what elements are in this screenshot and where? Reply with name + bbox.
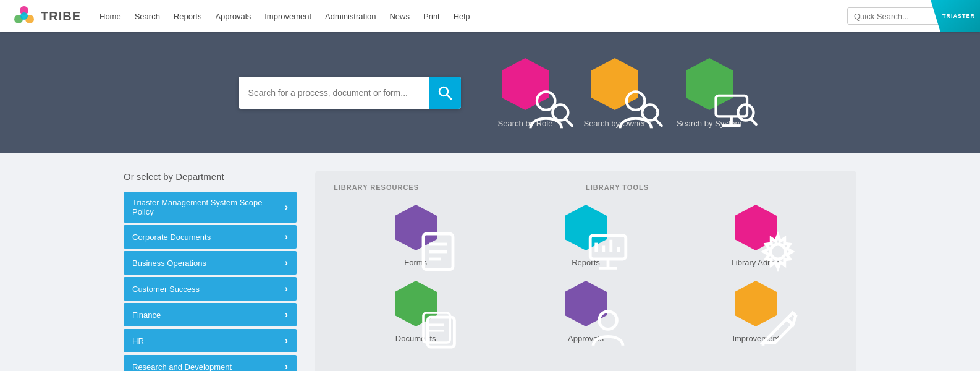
main-content: Or select by Department Triaster Managem… — [0, 153, 980, 371]
search-by-owner-item[interactable]: Search by Owner — [583, 57, 645, 128]
logo-text: TRIBE — [41, 9, 81, 23]
nav-approvals[interactable]: Approvals — [215, 12, 251, 21]
svg-line-13 — [655, 119, 662, 126]
department-title: Or select by Department — [124, 171, 297, 182]
dept-business[interactable]: Business Operations› — [124, 251, 297, 275]
lib-documents-hex — [394, 279, 438, 328]
dept-item-label: Corporate Documents — [132, 232, 211, 242]
dept-item-label: Customer Success — [132, 284, 200, 294]
svg-point-7 — [537, 92, 555, 109]
nav-home[interactable]: Home — [99, 12, 121, 21]
svg-point-3 — [20, 12, 28, 20]
library-section: LIBRARY RESOURCES LIBRARY TOOLS Forms Re… — [315, 171, 856, 371]
nav-reports[interactable]: Reports — [174, 12, 202, 21]
svg-point-11 — [627, 92, 644, 109]
search-by-system-hex — [685, 57, 734, 111]
lib-documents[interactable]: Documents — [334, 279, 497, 343]
dept-item-label: Triaster Management System Scope Policy — [132, 198, 285, 216]
nav-search-input[interactable] — [848, 9, 947, 24]
library-resources-header: LIBRARY RESOURCES — [334, 184, 586, 191]
chevron-right-icon: › — [285, 202, 288, 213]
lib-reports[interactable]: Reports — [504, 203, 667, 267]
tribe-logo-icon — [12, 4, 36, 28]
library-tools-header: LIBRARY TOOLS — [586, 184, 838, 191]
search-by-owner-hex — [590, 57, 640, 111]
dept-item-label: Finance — [132, 310, 161, 320]
dept-triaster-policy[interactable]: Triaster Management System Scope Policy› — [124, 192, 297, 223]
hero-search-wrap[interactable] — [239, 77, 461, 109]
nav-print[interactable]: Print — [423, 12, 440, 21]
nav-help[interactable]: Help — [454, 12, 470, 21]
nav-improvement[interactable]: Improvement — [264, 12, 311, 21]
hero-search-button[interactable] — [429, 77, 461, 109]
library-grid: Forms Reports Library Admin — [334, 203, 838, 343]
dept-item-label: Research and Development — [132, 362, 232, 372]
library-headers: LIBRARY RESOURCES LIBRARY TOOLS — [334, 184, 838, 191]
dept-hr[interactable]: HR› — [124, 329, 297, 352]
dept-item-label: Business Operations — [132, 258, 206, 268]
navbar: TRIBE HomeSearchReportsApprovalsImprovem… — [0, 0, 980, 32]
svg-line-9 — [565, 119, 572, 126]
svg-line-5 — [447, 95, 451, 99]
lib-reports-hex — [564, 203, 608, 252]
lib-forms-hex — [394, 203, 438, 252]
chevron-right-icon: › — [285, 257, 288, 268]
chevron-right-icon: › — [285, 231, 288, 242]
chevron-right-icon: › — [285, 309, 288, 320]
triaster-badge: TRIASTER — [931, 0, 980, 32]
department-list: Triaster Management System Scope Policy›… — [124, 192, 297, 371]
chevron-right-icon: › — [285, 283, 288, 294]
search-by-role-hex — [501, 57, 550, 111]
lib-improvement[interactable]: Improvement — [674, 279, 838, 343]
triaster-badge-text: TRIASTER — [942, 13, 975, 19]
nav-administration[interactable]: Administration — [325, 12, 376, 21]
chevron-right-icon: › — [285, 361, 288, 371]
nav-search[interactable]: Search — [135, 12, 160, 21]
chevron-right-icon: › — [285, 335, 288, 346]
lib-forms[interactable]: Forms — [334, 203, 497, 267]
search-by-role-item[interactable]: Search by Role — [498, 57, 553, 128]
nav-news[interactable]: News — [389, 12, 410, 21]
lib-approvals[interactable]: Approvals — [504, 279, 667, 343]
logo[interactable]: TRIBE — [12, 4, 81, 28]
lib-admin[interactable]: Library Admin — [674, 203, 838, 267]
svg-point-34 — [771, 244, 785, 259]
dept-finance[interactable]: Finance› — [124, 303, 297, 326]
search-by-system-item[interactable]: Search by System — [677, 57, 742, 128]
nav-links: HomeSearchReportsApprovalsImprovementAdm… — [99, 12, 847, 21]
lib-admin-hex — [733, 203, 778, 252]
dept-corporate[interactable]: Corporate Documents› — [124, 225, 297, 249]
dept-rd[interactable]: Research and Development› — [124, 355, 297, 371]
hero-search-input[interactable] — [239, 88, 429, 98]
search-icon — [438, 86, 452, 100]
dept-customer[interactable]: Customer Success› — [124, 277, 297, 301]
department-section: Or select by Department Triaster Managem… — [124, 171, 297, 371]
hero-section: Search by Role Search by Owner — [0, 32, 980, 153]
lib-improvement-hex — [733, 279, 778, 328]
hero-icons: Search by Role Search by Owner — [498, 57, 742, 128]
svg-line-19 — [751, 119, 756, 124]
svg-point-41 — [599, 312, 617, 330]
lib-approvals-hex — [564, 279, 608, 328]
dept-item-label: HR — [132, 336, 144, 346]
